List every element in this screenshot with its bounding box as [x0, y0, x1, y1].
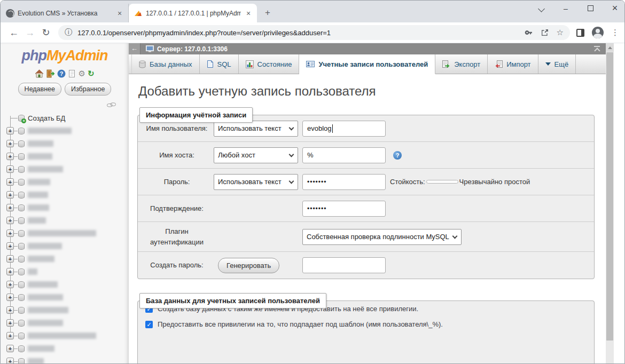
- expand-plus-icon[interactable]: [6, 319, 14, 327]
- close-window-button[interactable]: ×: [611, 3, 619, 14]
- back-icon[interactable]: ←: [6, 27, 22, 38]
- db-tree-item[interactable]: [1, 214, 129, 227]
- tab-status[interactable]: Состояние: [239, 54, 300, 74]
- refresh-icon[interactable]: ↻: [88, 69, 95, 78]
- scrollbar-thumb[interactable]: [606, 52, 613, 341]
- scroll-to-top-icon[interactable]: [593, 46, 600, 52]
- tab-sql[interactable]: SQL: [200, 54, 239, 74]
- tab-search-chevron-icon[interactable]: [537, 4, 545, 13]
- browser-tab-evolution[interactable]: Evolution CMS » Установка ×: [1, 4, 129, 22]
- expand-plus-icon[interactable]: [6, 165, 14, 173]
- scrollbar-up-arrow[interactable]: [606, 43, 614, 52]
- db-tree-item[interactable]: [1, 176, 129, 188]
- new-tab-button[interactable]: +: [260, 5, 275, 20]
- expand-plus-icon[interactable]: [6, 294, 14, 301]
- db-tree-item[interactable]: [1, 188, 129, 201]
- checkbox-checked-icon[interactable]: [145, 321, 153, 328]
- home-icon[interactable]: [35, 69, 44, 78]
- expand-plus-icon[interactable]: [6, 217, 14, 224]
- help-icon[interactable]: ?: [393, 151, 402, 160]
- expand-plus-icon[interactable]: [6, 332, 14, 339]
- expand-plus-icon[interactable]: [6, 306, 14, 314]
- database-icon: [18, 320, 25, 327]
- close-tab-icon[interactable]: ×: [115, 9, 124, 18]
- user-database-fieldset: База данных для учетных записей пользова…: [137, 300, 595, 364]
- expand-plus-icon[interactable]: [6, 140, 14, 147]
- docs-icon[interactable]: [68, 69, 76, 78]
- maximize-button[interactable]: [586, 4, 595, 13]
- hostname-type-select[interactable]: Любой хост: [214, 147, 298, 163]
- address-bar[interactable]: ⓘ 127.0.0.1/openserver/phpmyadmin/index.…: [58, 25, 570, 40]
- logout-icon[interactable]: [46, 69, 55, 78]
- db-tree-item[interactable]: [1, 252, 129, 265]
- phpmyadmin-logo[interactable]: phpMyAdmin: [1, 48, 129, 64]
- forward-icon[interactable]: →: [22, 27, 38, 38]
- expand-plus-icon[interactable]: [6, 204, 14, 211]
- username-type-select[interactable]: Использовать текст: [214, 121, 298, 137]
- redacted-db-name: [28, 140, 53, 147]
- password-key-icon[interactable]: [525, 28, 533, 37]
- db-tree-item[interactable]: [1, 201, 129, 214]
- expand-plus-icon[interactable]: [6, 268, 14, 275]
- help-icon[interactable]: ?: [57, 69, 66, 78]
- bookmark-star-icon[interactable]: ☆: [557, 28, 564, 37]
- db-tree-item[interactable]: [1, 316, 129, 329]
- db-tree-item[interactable]: [1, 355, 129, 364]
- confirm-password-input[interactable]: •••••••: [302, 201, 386, 217]
- page-scrollbar[interactable]: [606, 43, 614, 364]
- browser-menu-icon[interactable]: ⋮: [611, 28, 619, 37]
- expand-plus-icon[interactable]: [6, 281, 14, 288]
- expand-plus-icon[interactable]: [6, 345, 14, 352]
- db-tree-item[interactable]: [1, 163, 129, 176]
- browser-tab-phpmyadmin[interactable]: 127.0.0.1 / 127.0.0.1 | phpMyAdm ×: [129, 4, 257, 22]
- expand-plus-icon[interactable]: [6, 191, 14, 199]
- expand-plus-icon[interactable]: [6, 127, 14, 134]
- expand-plus-icon[interactable]: [6, 255, 14, 263]
- generated-password-input[interactable]: [302, 257, 386, 273]
- db-tree-item[interactable]: [1, 304, 129, 316]
- generate-button[interactable]: Генерировать: [218, 258, 279, 273]
- recent-button[interactable]: Недавнее: [18, 83, 61, 96]
- tab-user-accounts[interactable]: Учетные записи пользователей: [299, 54, 435, 74]
- redacted-db-name: [28, 281, 58, 288]
- hostname-input[interactable]: %: [302, 147, 386, 163]
- db-tree-item[interactable]: [1, 265, 129, 278]
- close-tab-icon[interactable]: ×: [244, 9, 253, 18]
- expand-plus-icon[interactable]: [6, 358, 14, 364]
- db-tree-item[interactable]: [1, 150, 129, 163]
- expand-plus-icon[interactable]: [6, 153, 14, 160]
- expand-plus-icon[interactable]: [6, 230, 14, 237]
- refresh-icon[interactable]: ↻: [38, 27, 54, 38]
- auth-plugin-select[interactable]: Собственная проверка подлинности MySQL: [302, 229, 462, 245]
- tab-more[interactable]: Ещё: [538, 54, 576, 74]
- profile-avatar[interactable]: [592, 27, 604, 38]
- site-info-icon[interactable]: ⓘ: [65, 28, 72, 37]
- expand-plus-icon[interactable]: [6, 178, 14, 186]
- url-text[interactable]: 127.0.0.1/openserver/phpmyadmin/index.ph…: [77, 29, 520, 37]
- db-tree-item[interactable]: [1, 342, 129, 355]
- db-tree-item[interactable]: [1, 240, 129, 252]
- redacted-db-name: [28, 358, 44, 364]
- password-input[interactable]: •••••••: [302, 174, 386, 190]
- db-tree-item[interactable]: [1, 329, 129, 342]
- db-tree-item[interactable]: [1, 137, 129, 150]
- share-icon[interactable]: [541, 28, 549, 37]
- username-input[interactable]: evoblog: [302, 121, 386, 137]
- db-tree-item[interactable]: [1, 227, 129, 240]
- minimize-button[interactable]: –: [561, 4, 570, 13]
- tab-import[interactable]: Импорт: [488, 54, 538, 74]
- password-type-select[interactable]: Использовать текст: [214, 174, 298, 190]
- create-db-item[interactable]: Создать БД: [1, 112, 129, 124]
- db-tree-item[interactable]: [1, 124, 129, 137]
- expand-plus-icon[interactable]: [6, 242, 14, 250]
- db-tree-item[interactable]: [1, 278, 129, 291]
- nav-back-button[interactable]: ←: [129, 43, 140, 54]
- link-icon[interactable]: [107, 102, 116, 107]
- favorites-button[interactable]: Избранное: [65, 83, 111, 96]
- db-tree-item[interactable]: [1, 291, 129, 304]
- tab-export[interactable]: Экспорт: [435, 54, 488, 74]
- settings-icon[interactable]: ⚙: [78, 69, 85, 78]
- server-breadcrumb[interactable]: Сервер: 127.0.0.1:3306: [157, 45, 228, 53]
- tab-databases[interactable]: Базы данных: [131, 54, 200, 74]
- side-panel-icon[interactable]: [576, 29, 584, 37]
